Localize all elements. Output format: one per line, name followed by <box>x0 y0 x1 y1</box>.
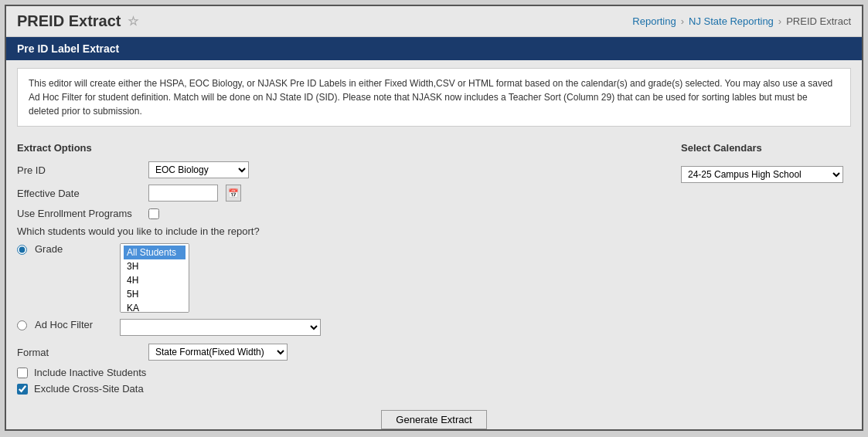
use-enrollment-checkbox[interactable] <box>148 208 159 219</box>
extract-options-panel: Extract Options Pre ID EOC Biology HSPA … <box>17 142 650 399</box>
effective-date-input[interactable] <box>148 185 218 202</box>
format-row: Format State Format(Fixed Width) CSV HTM… <box>17 344 650 361</box>
grade-listbox[interactable]: All Students 3H 4H 5H KA <box>120 243 189 313</box>
include-inactive-row: Include Inactive Students <box>17 367 650 378</box>
include-inactive-checkbox[interactable] <box>17 368 28 378</box>
pre-id-row: Pre ID EOC Biology HSPA NJASK <box>17 161 650 178</box>
extract-options-title: Extract Options <box>17 142 650 154</box>
breadcrumb-current: PREID Extract <box>786 15 851 27</box>
adhoc-radio-label: Ad Hoc Filter <box>35 319 112 330</box>
page-title: PREID Extract ☆ <box>17 12 138 30</box>
exclude-cross-site-label: Exclude Cross-Site Data <box>34 383 144 395</box>
effective-date-label: Effective Date <box>17 188 141 199</box>
format-select[interactable]: State Format(Fixed Width) CSV HTML <box>148 344 288 361</box>
calendars-title: Select Calendars <box>681 142 851 154</box>
favorite-star-icon[interactable]: ☆ <box>128 14 138 29</box>
include-inactive-label: Include Inactive Students <box>34 367 146 378</box>
use-enrollment-row: Use Enrollment Programs <box>17 208 650 219</box>
generate-section: Generate Extract <box>6 399 862 437</box>
effective-date-row: Effective Date 📅 <box>17 185 650 202</box>
breadcrumb: Reporting › NJ State Reporting › PREID E… <box>632 15 851 27</box>
pre-id-select[interactable]: EOC Biology HSPA NJASK <box>148 161 249 178</box>
calendars-select[interactable]: 24-25 Campus High School <box>681 166 843 183</box>
grade-radio-label: Grade <box>35 243 112 255</box>
grade-radio[interactable] <box>17 245 27 255</box>
adhoc-radio[interactable] <box>17 320 27 330</box>
breadcrumb-reporting[interactable]: Reporting <box>632 15 676 27</box>
exclude-cross-site-row: Exclude Cross-Site Data <box>17 383 650 395</box>
page-header: PREID Extract ☆ Reporting › NJ State Rep… <box>6 6 862 37</box>
calendars-section: Select Calendars 24-25 Campus High Schoo… <box>681 142 851 399</box>
breadcrumb-nj-state-reporting[interactable]: NJ State Reporting <box>689 15 774 27</box>
section-header: Pre ID Label Extract <box>6 37 862 60</box>
pre-id-label: Pre ID <box>17 164 141 176</box>
adhoc-filter-select[interactable] <box>120 319 321 336</box>
grade-radio-row: Grade All Students 3H 4H 5H KA <box>17 243 650 313</box>
format-label: Format <box>17 347 141 358</box>
info-box: This editor will create either the HSPA,… <box>17 68 851 127</box>
which-students-label: Which students would you like to include… <box>17 225 650 237</box>
use-enrollment-label: Use Enrollment Programs <box>17 208 141 219</box>
adhoc-radio-row: Ad Hoc Filter <box>17 319 650 336</box>
main-content: Extract Options Pre ID EOC Biology HSPA … <box>6 142 862 399</box>
calendar-icon[interactable]: 📅 <box>226 185 241 202</box>
title-text: PREID Extract <box>17 12 121 30</box>
exclude-cross-site-checkbox[interactable] <box>17 384 28 395</box>
generate-extract-button[interactable]: Generate Extract <box>381 410 486 429</box>
